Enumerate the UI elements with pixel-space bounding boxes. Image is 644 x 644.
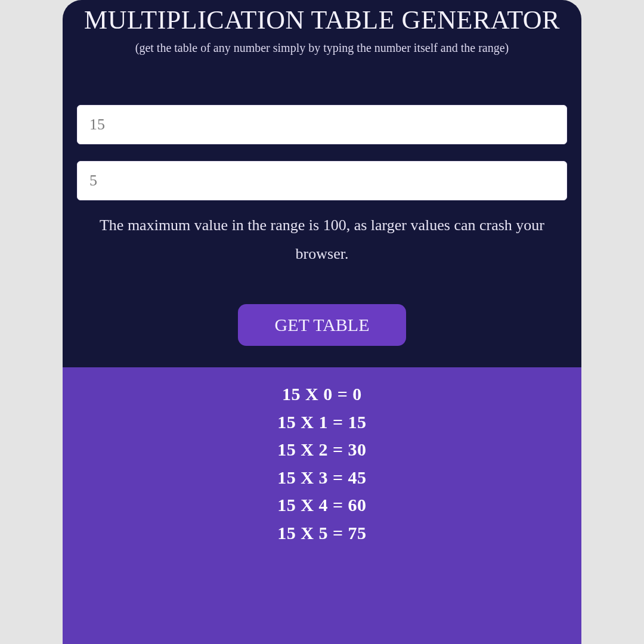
result-row: 15 X 3 = 45: [63, 464, 581, 492]
result-row: 15 X 5 = 75: [63, 519, 581, 547]
page-title: MULTIPLICATION TABLE GENERATOR: [76, 4, 568, 36]
page-subtitle: (get the table of any number simply by t…: [76, 41, 568, 55]
button-wrap: GET TABLE: [76, 304, 568, 346]
header-section: MULTIPLICATION TABLE GENERATOR (get the …: [63, 0, 581, 367]
result-row: 15 X 1 = 15: [63, 408, 581, 436]
range-input[interactable]: [77, 161, 567, 200]
result-row: 15 X 2 = 30: [63, 436, 581, 464]
app-card: MULTIPLICATION TABLE GENERATOR (get the …: [63, 0, 581, 644]
get-table-button[interactable]: GET TABLE: [238, 304, 407, 346]
result-row: 15 X 0 = 0: [63, 380, 581, 408]
inputs-group: [76, 105, 568, 200]
number-input[interactable]: [77, 105, 567, 144]
result-row: 15 X 4 = 60: [63, 491, 581, 519]
results-panel: 15 X 0 = 0 15 X 1 = 15 15 X 2 = 30 15 X …: [63, 367, 581, 644]
range-note: The maximum value in the range is 100, a…: [76, 211, 568, 268]
